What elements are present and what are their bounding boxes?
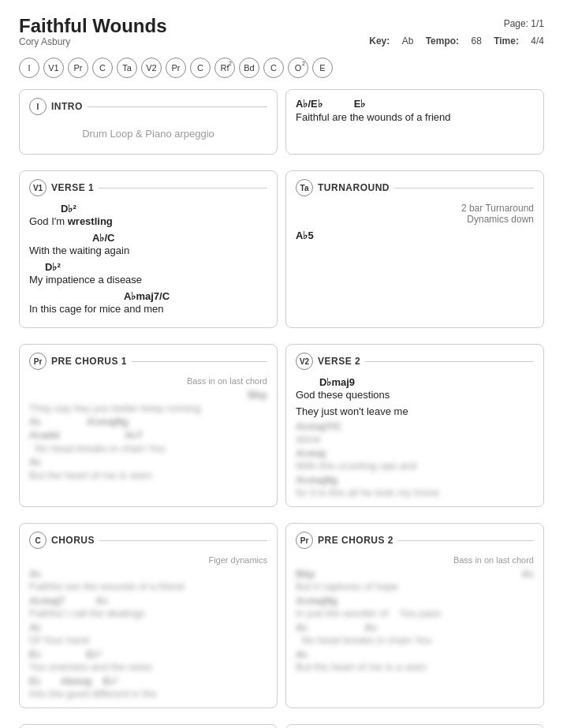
v2-badge: V2 xyxy=(296,353,313,370)
intro-chord1: A♭/E♭ xyxy=(296,98,323,110)
intro-chord2: E♭ xyxy=(354,98,366,110)
verse1-line2: A♭/C With the waiting again xyxy=(29,232,267,256)
v1-chord1: D♭² xyxy=(29,203,267,215)
verse1-section: V1 VERSE 1 D♭² God I'm wrestling A♭/C Wi… xyxy=(19,170,278,328)
v1-lyric2: With the waiting again xyxy=(29,245,267,256)
song-title: Faithful Wounds xyxy=(19,16,167,36)
verse1-line1: D♭² God I'm wrestling xyxy=(29,203,267,227)
key-label: Key: Ab xyxy=(369,35,413,47)
nav-C3[interactable]: C xyxy=(263,58,284,78)
pc1-title: PRE CHORUS 1 xyxy=(51,356,127,367)
blurred-left-section: C CHORUS Figer dynamics A♭ Faithful are … xyxy=(19,724,278,728)
navigation-row: I V1 Pr C Ta V2 Pr C Rf2 Bd C O2 E xyxy=(19,58,544,78)
nav-O[interactable]: O2 xyxy=(288,58,308,78)
nav-Pr[interactable]: Pr xyxy=(68,58,88,78)
nav-Rf[interactable]: Rf2 xyxy=(214,58,235,78)
verse1-badge: V1 xyxy=(29,179,47,196)
pc2-content: BkpA♭ But it captures of hope A♭maj9g In… xyxy=(296,568,534,673)
chorus2-section: C CHORUS Figer dynamics A♭ Faithful are … xyxy=(285,724,544,728)
pc2-badge: Pr xyxy=(296,532,313,549)
nav-Ta[interactable]: Ta xyxy=(117,58,137,78)
verse2-section: V2 VERSE 2 D♭maj9 God these questions Th… xyxy=(285,344,544,507)
nav-E[interactable]: E xyxy=(312,58,333,78)
turnaround-title: TURNAROUND xyxy=(318,182,390,193)
v1-chord4: A♭maj7/C xyxy=(29,290,267,302)
turnaround-badge: Ta xyxy=(296,179,313,196)
verse1-line4: A♭maj7/C In this cage for mice and men xyxy=(29,290,267,315)
nav-Bd[interactable]: Bd xyxy=(239,58,259,78)
intro-section: I INTRO Drum Loop & Piano arpeggio xyxy=(19,89,278,155)
pc1-badge: Pr xyxy=(29,353,47,370)
intro-content: Drum Loop & Piano arpeggio xyxy=(29,121,267,146)
pc1-content: Bkp They say hey you better keep running… xyxy=(29,389,267,481)
c1-title: CHORUS xyxy=(51,535,95,546)
song-artist: Cory Asbury xyxy=(19,36,167,47)
v2-chord1: D♭maj9 xyxy=(296,376,534,388)
v1-chord3: D♭² xyxy=(29,261,267,273)
nav-Pr2[interactable]: Pr xyxy=(166,58,186,78)
pc1-note: Bass in on last chord xyxy=(29,376,267,386)
nav-C[interactable]: C xyxy=(92,58,113,78)
c1-content: A♭ Faithful are the wounds of a friend A… xyxy=(29,568,267,700)
nav-V1[interactable]: V1 xyxy=(43,58,64,78)
v1-lyric4: In this cage for mice and men xyxy=(29,303,267,315)
turnaround-section: Ta TURNAROUND 2 bar TurnaroundDynamics d… xyxy=(285,170,544,328)
verse1-title: VERSE 1 xyxy=(51,182,94,193)
nav-I[interactable]: I xyxy=(19,58,39,78)
pc2-note: Bass in on last chord xyxy=(296,555,534,565)
header-meta: Page: 1/1 Key: Ab Tempo: 68 Time: 4/4 xyxy=(360,16,544,50)
intro-badge: I xyxy=(29,98,47,115)
v2-lyric1: God these questions xyxy=(296,389,534,401)
nav-C2[interactable]: C xyxy=(190,58,211,78)
v1-lyric1: God I'm wrestling xyxy=(29,215,267,227)
pre-chorus2-section: Pr PRE CHORUS 2 Bass in on last chord Bk… xyxy=(285,523,544,708)
page-label: Page: 1/1 xyxy=(504,18,544,29)
turnaround-note: 2 bar TurnaroundDynamics down xyxy=(296,203,534,225)
nav-V2[interactable]: V2 xyxy=(141,58,162,78)
v2-blurred: A♭maj7/C alone A♭maj With this crushing … xyxy=(296,420,534,498)
tempo-label: Tempo: 68 xyxy=(426,35,482,47)
c1-badge: C xyxy=(29,532,47,549)
v2-line1: D♭maj9 God these questions xyxy=(296,376,534,401)
c1-note: Figer dynamics xyxy=(29,555,267,565)
intro-title: INTRO xyxy=(51,101,83,112)
v2-lyric2: They just won't leave me xyxy=(296,405,534,417)
turnaround-chord: A♭5 xyxy=(296,230,534,241)
v1-lyric3: My impatience a disease xyxy=(29,274,267,286)
time-label: Time: 4/4 xyxy=(494,35,544,47)
intro-lyric: Faithful are the wounds of a friend xyxy=(296,111,534,123)
pre-chorus1-section: Pr PRE CHORUS 1 Bass in on last chord Bk… xyxy=(19,344,278,507)
pc2-title: PRE CHORUS 2 xyxy=(318,535,393,546)
intro-right-section: A♭/E♭ E♭ Faithful are the wounds of a fr… xyxy=(285,89,544,155)
v1-chord2: A♭/C xyxy=(29,232,267,244)
verse1-line3: D♭² My impatience a disease xyxy=(29,261,267,286)
chorus1-section: C CHORUS Figer dynamics A♭ Faithful are … xyxy=(19,523,278,708)
v2-title: VERSE 2 xyxy=(318,356,360,367)
